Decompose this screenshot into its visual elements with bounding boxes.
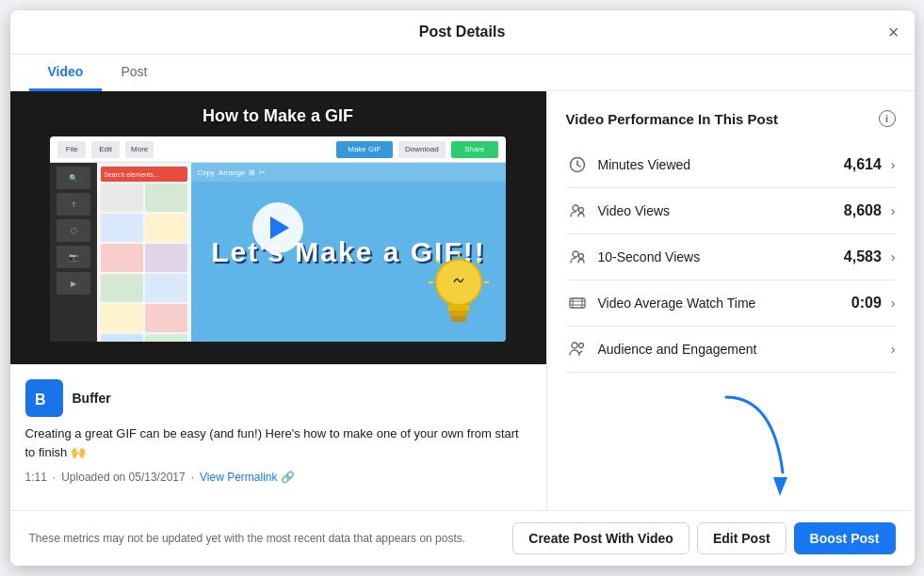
svg-point-24	[578, 344, 583, 348]
svg-marker-25	[773, 477, 787, 496]
10sec-views-icon	[566, 246, 589, 268]
author-name: Buffer	[73, 391, 111, 406]
play-button[interactable]	[252, 202, 303, 253]
post-details-modal: Post Details × Video Post How to Make a …	[10, 10, 915, 566]
svg-rect-18	[570, 298, 585, 308]
svg-text:B: B	[35, 392, 46, 408]
metric-label-10sec-views: 10-Second Views	[598, 249, 844, 264]
metric-value-10sec-views: 4,583	[844, 248, 882, 265]
film-icon	[566, 292, 589, 314]
close-button[interactable]: ×	[888, 23, 900, 41]
video-thumbnail: How to Make a GIF File Edit More Make GI…	[10, 91, 546, 364]
svg-line-5	[478, 260, 481, 264]
clock-icon	[566, 153, 589, 176]
view-permalink-link[interactable]: View Permalink 🔗	[200, 471, 295, 484]
metric-row-minutes-viewed[interactable]: Minutes Viewed 4,614 ›	[566, 142, 896, 188]
chevron-icon: ›	[891, 342, 896, 357]
svg-point-23	[572, 343, 577, 348]
modal-header: Post Details ×	[10, 10, 915, 55]
right-panel: Video Performance In This Post i Minutes…	[547, 91, 915, 510]
footer-buttons: Create Post With Video Edit Post Boost P…	[512, 522, 895, 554]
boost-post-button[interactable]: Boost Post	[794, 522, 896, 554]
performance-title: Video Performance In This Post i	[566, 110, 896, 127]
video-views-icon	[566, 200, 589, 222]
metric-label-minutes-viewed: Minutes Viewed	[598, 157, 844, 172]
video-title: How to Make a GIF	[203, 106, 353, 126]
metric-value-video-views: 8,608	[844, 202, 882, 219]
metric-value-avg-watch-time: 0:09	[851, 295, 882, 312]
svg-rect-3	[451, 316, 466, 322]
metric-label-audience-engagement: Audience and Engagement	[598, 342, 882, 357]
arrow-indicator	[707, 388, 802, 501]
chevron-icon: ›	[891, 249, 896, 264]
create-post-with-video-button[interactable]: Create Post With Video	[512, 522, 689, 554]
chevron-icon: ›	[891, 157, 896, 172]
avatar: B	[25, 379, 63, 417]
svg-rect-1	[447, 305, 470, 311]
chevron-icon: ›	[891, 203, 896, 218]
svg-point-17	[578, 254, 583, 259]
modal-body: How to Make a GIF File Edit More Make GI…	[10, 91, 915, 510]
left-panel: How to Make a GIF File Edit More Make GI…	[10, 91, 547, 510]
svg-line-13	[577, 165, 580, 167]
post-author: B Buffer	[25, 379, 531, 417]
metric-row-avg-watch-time[interactable]: Video Average Watch Time 0:09 ›	[566, 280, 896, 327]
footer-note: These metrics may not be updated yet wit…	[29, 532, 466, 545]
post-meta: 1:11 · Uploaded on 05/13/2017 · View Per…	[25, 471, 531, 484]
tab-bar: Video Post	[10, 55, 915, 91]
audience-icon	[566, 338, 589, 360]
svg-point-0	[436, 260, 481, 305]
modal-title: Post Details	[419, 24, 506, 40]
svg-point-14	[573, 205, 578, 211]
svg-line-6	[436, 260, 440, 264]
play-icon	[270, 216, 289, 239]
tab-post[interactable]: Post	[102, 55, 166, 91]
chevron-icon: ›	[891, 296, 896, 311]
post-info: B Buffer Creating a great GIF can be eas…	[10, 364, 546, 499]
info-icon[interactable]: i	[879, 110, 896, 127]
metric-value-minutes-viewed: 4,614	[844, 156, 882, 173]
video-container: How to Make a GIF File Edit More Make GI…	[10, 91, 546, 364]
metric-row-audience-engagement[interactable]: Audience and Engagement ›	[566, 327, 896, 373]
svg-point-15	[578, 208, 583, 213]
post-caption: Creating a great GIF can be easy (and fu…	[25, 424, 531, 461]
metric-label-avg-watch-time: Video Average Watch Time	[598, 296, 851, 311]
tab-video[interactable]: Video	[29, 55, 103, 91]
edit-post-button[interactable]: Edit Post	[697, 522, 786, 554]
metric-row-10sec-views[interactable]: 10-Second Views 4,583 ›	[566, 234, 896, 280]
metric-label-video-views: Video Views	[598, 203, 844, 218]
svg-point-16	[573, 251, 578, 257]
svg-rect-2	[449, 311, 468, 316]
modal-footer: These metrics may not be updated yet wit…	[10, 510, 915, 566]
metric-row-video-views[interactable]: Video Views 8,608 ›	[566, 188, 896, 234]
